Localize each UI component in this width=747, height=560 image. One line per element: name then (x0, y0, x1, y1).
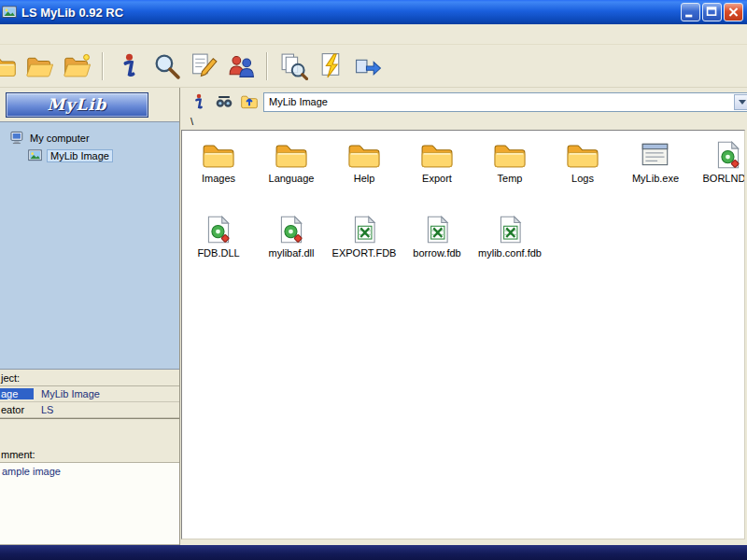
file-item[interactable]: borrow.fdb (401, 215, 473, 289)
title-bar[interactable]: LS MyLib 0.92 RC (0, 0, 747, 24)
wizard-button[interactable] (312, 48, 349, 85)
users-button[interactable] (222, 48, 260, 85)
dll-icon (275, 215, 308, 245)
dropdown-arrow-icon[interactable] (734, 94, 747, 110)
file-label: mylib.conf.fdb (478, 247, 542, 259)
file-item[interactable]: Language (255, 140, 328, 215)
file-label: Logs (571, 173, 594, 184)
mylib-logo: MyLib (6, 92, 148, 118)
address-combobox[interactable]: MyLib Image (263, 92, 747, 112)
object-row-value: LS (34, 404, 53, 415)
folder-open-icon (25, 51, 54, 80)
content-area: MyLib Image \ Images Language (180, 88, 747, 545)
minimize-button[interactable] (681, 3, 700, 21)
toolbar-separator (102, 52, 104, 80)
file-item[interactable]: Export (401, 140, 473, 215)
object-panel: ject: age MyLib Image eator LS (0, 370, 179, 446)
tree-item-mylib-image[interactable]: MyLib Image (0, 147, 179, 164)
file-area[interactable]: Images Language Help Export Temp (181, 130, 745, 539)
edit-icon (190, 51, 218, 80)
close-button[interactable] (724, 3, 743, 21)
fdb-icon (347, 215, 381, 245)
file-label: MyLib.exe (632, 173, 679, 184)
file-label: BORLNDM (702, 173, 745, 184)
file-item[interactable]: EXPORT.FDB (328, 215, 401, 289)
export-button[interactable] (349, 48, 387, 85)
address-value: MyLib Image (269, 96, 328, 107)
file-item[interactable]: mylib.conf.fdb (473, 215, 546, 289)
computer-icon (10, 131, 26, 145)
file-item[interactable]: FDB.DLL (182, 215, 255, 289)
folder-open-alt-icon (63, 51, 92, 80)
fdb-icon (493, 215, 527, 245)
comment-box[interactable]: ample image (0, 462, 179, 545)
taskbar-strip (0, 545, 747, 560)
info-button[interactable] (110, 48, 148, 85)
address-toolbar: MyLib Image (180, 88, 747, 116)
object-row-image[interactable]: age MyLib Image (0, 386, 179, 402)
new-library-button[interactable] (0, 48, 21, 85)
object-rows: age MyLib Image eator LS (0, 385, 179, 419)
file-item[interactable]: BORLNDM (692, 140, 745, 215)
app-icon (2, 5, 17, 20)
folder-icon (347, 140, 381, 170)
open-image-button[interactable] (58, 48, 95, 85)
caption-buttons (681, 3, 743, 21)
file-label: Help (354, 173, 375, 184)
file-label: EXPORT.FDB (332, 247, 397, 259)
file-item[interactable]: Help (328, 140, 401, 215)
toolbar-separator (266, 52, 268, 80)
sidebar: MyLib My computer MyLib Image ject: age (0, 88, 180, 545)
file-item[interactable]: Temp (473, 140, 546, 215)
file-grid: Images Language Help Export Temp (182, 131, 744, 289)
file-item[interactable]: Images (182, 140, 255, 215)
up-folder-button[interactable] (238, 91, 261, 113)
menu-item[interactable] (39, 32, 52, 37)
window-title: LS MyLib 0.92 RC (21, 6, 123, 20)
file-label: Temp (498, 173, 523, 184)
image-icon (27, 148, 43, 162)
library-tree: My computer MyLib Image (0, 121, 179, 370)
file-label: Export (422, 173, 452, 184)
menu-item[interactable] (13, 32, 26, 37)
menu-item[interactable] (0, 32, 13, 37)
search-files-button[interactable] (275, 48, 312, 85)
folder-icon (275, 140, 308, 170)
file-item[interactable]: Logs (546, 140, 619, 215)
zoom-button[interactable] (148, 48, 185, 85)
logo-row: MyLib (0, 88, 179, 121)
search-files-icon (279, 51, 308, 80)
maximize-icon (703, 4, 721, 21)
open-library-button[interactable] (21, 48, 58, 85)
object-row-creator[interactable]: eator LS (0, 402, 179, 418)
info-icon (190, 92, 208, 111)
menu-item[interactable] (65, 32, 78, 37)
object-row-label: eator (0, 404, 34, 415)
exe-icon (639, 140, 672, 170)
tree-item-my-computer[interactable]: My computer (0, 129, 179, 147)
view-button[interactable] (213, 91, 235, 113)
image-info-button[interactable] (188, 91, 210, 113)
file-label: borrow.fdb (413, 247, 460, 259)
wizard-icon (317, 51, 345, 80)
folder-icon (0, 51, 17, 80)
current-path: \ (190, 116, 193, 127)
file-label: Language (269, 173, 315, 184)
menu-item[interactable] (52, 32, 65, 37)
main-area: MyLib My computer MyLib Image ject: age (0, 88, 747, 545)
folder-icon (202, 140, 235, 170)
file-label: Images (202, 173, 235, 184)
fdb-icon (420, 215, 454, 245)
comment-panel: mment: ample image (0, 446, 179, 545)
object-row-label: age (0, 388, 34, 399)
edit-button[interactable] (185, 48, 222, 85)
menu-item[interactable] (26, 32, 39, 37)
users-icon (227, 51, 256, 80)
object-row-value: MyLib Image (34, 388, 100, 399)
zoom-icon (152, 51, 181, 80)
maximize-button[interactable] (702, 3, 722, 21)
path-row: \ (180, 116, 747, 130)
file-item[interactable]: mylibaf.dll (255, 215, 328, 289)
file-item[interactable]: MyLib.exe (619, 140, 692, 215)
comment-text: ample image (2, 466, 61, 477)
